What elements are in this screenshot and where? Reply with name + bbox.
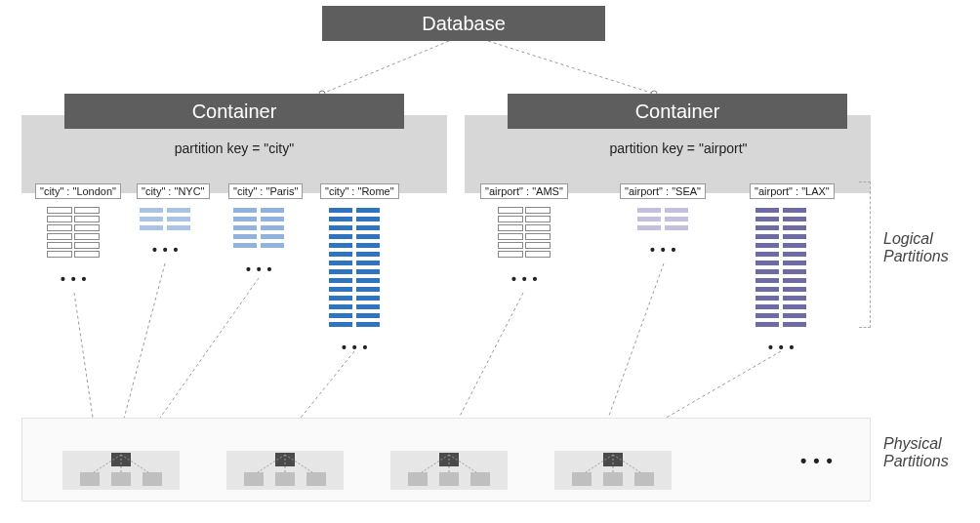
- container-box-2: Container: [508, 94, 847, 129]
- grid-c2-sea: [636, 207, 689, 231]
- svg-line-5: [74, 293, 96, 437]
- dots-c2-2: • • •: [768, 340, 795, 355]
- val-c1-london: "city" : "London": [35, 183, 121, 199]
- logical-bracket: [859, 181, 871, 328]
- grid-c1-paris: [232, 207, 285, 249]
- container-title-2: Container: [635, 101, 720, 123]
- svg-line-1: [322, 41, 449, 94]
- grid-c1-london: [47, 207, 100, 258]
- val-c2-lax: "airport" : "LAX": [750, 183, 835, 199]
- dots-c2-1: • • •: [650, 242, 676, 258]
- phys-node-2: [226, 433, 344, 490]
- dots-c1-2: • • •: [246, 262, 272, 277]
- svg-line-2: [488, 41, 654, 94]
- grid-c1-nyc: [139, 207, 191, 231]
- logical-label: Logical Partitions: [883, 230, 949, 265]
- phys-node-4: [554, 433, 672, 490]
- dots-c1-3: • • •: [342, 340, 368, 355]
- svg-line-10: [601, 263, 664, 437]
- grid-c2-lax: [755, 207, 807, 328]
- grid-c2-ams: [498, 207, 551, 258]
- grid-c1-rome: [328, 207, 381, 328]
- phys-node-1: [62, 433, 180, 490]
- physical-label: Physical Partitions: [883, 435, 949, 470]
- val-c1-paris: "city" : "Paris": [228, 183, 303, 199]
- container-box-1: Container: [64, 94, 404, 129]
- database-box: Database: [322, 6, 605, 41]
- val-c1-rome: "city" : "Rome": [320, 183, 399, 199]
- svg-line-6: [119, 263, 165, 437]
- pk-label-2: partition key = "airport": [586, 141, 771, 156]
- dots-c2-0: • • •: [511, 271, 538, 287]
- svg-line-9: [449, 293, 523, 437]
- val-c2-ams: "airport" : "AMS": [480, 183, 568, 199]
- phys-node-3: [390, 433, 508, 490]
- dots-c1-1: • • •: [152, 242, 179, 258]
- svg-line-7: [146, 278, 259, 437]
- database-title: Database: [422, 13, 506, 35]
- val-c2-sea: "airport" : "SEA": [620, 183, 706, 199]
- dots-c1-0: • • •: [61, 271, 87, 287]
- container-title-1: Container: [192, 101, 277, 123]
- dots-phys: • • •: [800, 451, 834, 471]
- pk-label-1: partition key = "city": [146, 141, 322, 156]
- val-c1-nyc: "city" : "NYC": [137, 183, 210, 199]
